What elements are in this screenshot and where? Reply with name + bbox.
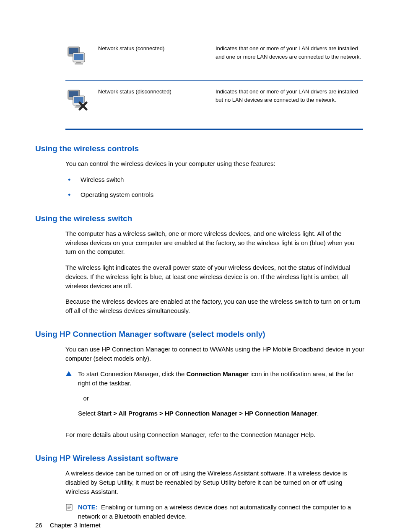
note-body: NOTE: Enabling or turning on a wireless …	[78, 503, 365, 527]
status-label: Network status (connected)	[98, 44, 216, 68]
heading-wireless-switch: Using the wireless switch	[35, 214, 365, 223]
procedure-callout: To start Connection Manager, click the C…	[65, 369, 365, 424]
svg-rect-10	[76, 105, 81, 106]
table-row: Network status (disconnected) Indicates …	[65, 83, 363, 124]
text: To start Connection Manager, click the	[78, 370, 186, 377]
svg-rect-4	[76, 62, 81, 63]
text: Enabling or turning on a wireless device…	[78, 504, 351, 520]
paragraph: For more details about using Connection …	[65, 430, 365, 439]
paragraph: The computer has a wireless switch, one …	[65, 229, 365, 256]
svg-marker-14	[66, 371, 72, 376]
callout-line: To start Connection Manager, click the C…	[78, 369, 365, 388]
bullet-list: Wireless switch Operating system control…	[65, 175, 365, 200]
table-end-rule	[65, 129, 363, 130]
bold-text: Connection Manager	[186, 370, 248, 377]
page-number: 26	[35, 522, 42, 529]
callout-line: Select Start > All Programs > HP Connect…	[78, 409, 365, 418]
note-callout: NOTE: Enabling or turning on a wireless …	[65, 503, 365, 527]
status-table: Network status (connected) Indicates tha…	[65, 40, 363, 130]
svg-rect-5	[75, 63, 83, 65]
text: .	[317, 410, 319, 417]
list-item: Operating system controls	[65, 190, 365, 200]
svg-rect-3	[74, 54, 83, 60]
heading-wireless-assistant: Using HP Wireless Assistant software	[35, 454, 365, 463]
paragraph: You can control the wireless devices in …	[65, 159, 365, 168]
status-description: Indicates that one or more of your LAN d…	[216, 88, 363, 111]
chapter-label: Chapter 3 Internet	[50, 522, 101, 529]
paragraph: You can use HP Connection Manager to con…	[65, 345, 365, 363]
text: Select	[78, 410, 97, 417]
bold-text: Start > All Programs > HP Connection Man…	[97, 410, 317, 417]
page-footer: 26 Chapter 3 Internet	[35, 522, 101, 529]
status-description: Indicates that one or more of your LAN d…	[216, 44, 363, 68]
network-disconnected-icon	[65, 88, 98, 111]
list-item: Wireless switch	[65, 175, 365, 185]
paragraph: The wireless light indicates the overall…	[65, 263, 365, 290]
note-text: NOTE: Enabling or turning on a wireless …	[78, 503, 365, 521]
heading-wireless-controls: Using the wireless controls	[35, 144, 365, 153]
paragraph: Because the wireless devices are enabled…	[65, 297, 365, 315]
status-label: Network status (disconnected)	[98, 88, 216, 111]
row-divider	[65, 80, 363, 81]
document-page: Network status (connected) Indicates tha…	[0, 0, 400, 532]
triangle-up-icon	[65, 369, 78, 424]
or-separator: – or –	[78, 394, 365, 403]
callout-body: To start Connection Manager, click the C…	[78, 369, 365, 424]
paragraph: A wireless device can be turned on or of…	[65, 469, 365, 496]
table-row: Network status (connected) Indicates tha…	[65, 40, 363, 80]
note-label: NOTE:	[78, 504, 98, 511]
network-connected-icon	[65, 44, 98, 68]
heading-connection-manager: Using HP Connection Manager software (se…	[35, 330, 365, 339]
